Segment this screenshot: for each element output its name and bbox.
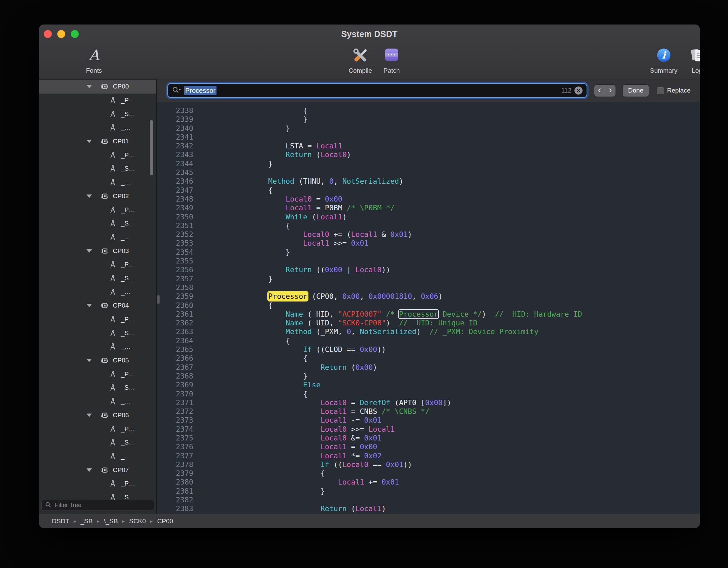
disclosure-triangle-icon[interactable] xyxy=(87,249,92,253)
tree-item-cp02[interactable]: CP02 xyxy=(39,189,156,203)
code-text: Local1 = CNBS /* \CNBS */ xyxy=(193,407,430,416)
code-line: 2381 } xyxy=(157,487,700,496)
search-field[interactable]: Processor 112 ✕ xyxy=(167,83,587,98)
tree-item-cp05[interactable]: CP05 xyxy=(39,354,156,367)
log-button[interactable]: Log xyxy=(688,44,700,74)
tree-item-cp06[interactable]: CP06 xyxy=(39,409,156,422)
breadcrumb-item[interactable]: SCK0 xyxy=(129,518,146,525)
find-next-button[interactable]: › xyxy=(605,85,616,97)
code-editor[interactable]: 2338 {2339 }2340 }23412342 LSTA = Local1… xyxy=(157,102,700,514)
tree-item-child[interactable]: _P… xyxy=(39,258,156,272)
code-line: 2356 Return ((0x00 | Local0)) xyxy=(157,265,700,274)
summary-button[interactable]: i Summary xyxy=(650,44,677,74)
desktop: System DSDT A Fonts Compil xyxy=(0,0,728,568)
processor-node-icon xyxy=(101,83,109,90)
tree-item-child[interactable]: _P… xyxy=(39,313,156,326)
disclosure-triangle-icon[interactable] xyxy=(87,194,92,198)
line-number: 2381 xyxy=(157,487,193,496)
code-text: Local0 = DerefOf (APT0 [0x00]) xyxy=(193,398,451,407)
tree-item-child[interactable]: _P… xyxy=(39,367,156,381)
tree-item-child[interactable]: _… xyxy=(39,395,156,409)
code-line: 2346 Method (THNU, 0, NotSerialized) xyxy=(157,177,700,186)
titlebar: System DSDT xyxy=(39,25,700,43)
tree-item-child[interactable]: _… xyxy=(39,450,156,463)
code-text: If ((CLOD == 0x00)) xyxy=(193,345,386,354)
minimize-window-button[interactable] xyxy=(57,30,65,38)
patch-button[interactable]: Patch xyxy=(382,44,401,74)
disclosure-triangle-icon[interactable] xyxy=(87,85,92,88)
breadcrumb-item[interactable]: _SB xyxy=(80,518,93,525)
tree-item-cp07[interactable]: CP07 xyxy=(39,463,156,477)
tree-item-child[interactable]: _P… xyxy=(39,422,156,436)
method-node-icon xyxy=(109,151,117,159)
replace-label: Replace xyxy=(667,87,691,94)
splitter-handle[interactable] xyxy=(157,295,160,304)
code-text: If ((Local0 == 0x01)) xyxy=(193,460,412,469)
sidebar-scrollbar[interactable] xyxy=(150,120,153,175)
line-number: 2353 xyxy=(157,239,193,248)
tree-item-label: _… xyxy=(121,234,131,241)
tree-item-child[interactable]: _P… xyxy=(39,477,156,491)
tree-item-child[interactable]: _P… xyxy=(39,203,156,217)
tree-item-child[interactable]: _S… xyxy=(39,162,156,176)
find-previous-button[interactable]: ‹ xyxy=(594,85,605,97)
tree-item-child[interactable]: _S… xyxy=(39,107,156,121)
search-menu-icon[interactable] xyxy=(172,86,181,95)
breadcrumb-item[interactable]: \_SB xyxy=(104,518,118,525)
tree-item-child[interactable]: _S… xyxy=(39,217,156,230)
fonts-button[interactable]: A Fonts xyxy=(85,44,103,74)
filter-input[interactable] xyxy=(54,501,151,509)
code-text: Return (Local0) xyxy=(193,150,351,159)
code-text: Processor (CP00, 0x00, 0x00001810, 0x06) xyxy=(193,292,442,301)
tree-item-child[interactable]: _S… xyxy=(39,436,156,450)
method-node-icon xyxy=(109,234,117,241)
method-node-icon xyxy=(109,425,117,433)
tree-item-cp01[interactable]: CP01 xyxy=(39,135,156,148)
tree-item-child[interactable]: _… xyxy=(39,121,156,135)
code-line: 2355 xyxy=(157,257,700,265)
disclosure-triangle-icon[interactable] xyxy=(87,359,92,362)
tree-item-child[interactable]: _P… xyxy=(39,148,156,162)
tree-item-child[interactable]: _… xyxy=(39,230,156,244)
disclosure-triangle-icon[interactable] xyxy=(87,140,92,143)
processor-node-icon xyxy=(101,193,109,200)
tree-item-cp03[interactable]: CP03 xyxy=(39,244,156,258)
breadcrumb-item[interactable]: CP00 xyxy=(157,518,173,525)
compile-button[interactable]: Compile xyxy=(349,44,372,74)
filter-field[interactable] xyxy=(41,500,154,511)
disclosure-triangle-icon[interactable] xyxy=(87,468,92,472)
method-node-icon xyxy=(109,288,117,296)
main-area: Processor 112 ✕ ‹ › Done Replace xyxy=(157,79,700,514)
replace-option: Replace xyxy=(657,87,691,94)
tree-item-label: CP00 xyxy=(113,83,129,90)
code-line: 2339 } xyxy=(157,115,700,124)
line-number: 2348 xyxy=(157,195,193,204)
tree-item-child[interactable]: _… xyxy=(39,340,156,354)
replace-checkbox[interactable] xyxy=(657,87,664,94)
tree-item-child[interactable]: _S… xyxy=(39,326,156,340)
tree-item-label: CP02 xyxy=(113,192,129,200)
method-node-icon xyxy=(109,124,117,131)
code-line: 2358 xyxy=(157,283,700,292)
breadcrumb-item[interactable]: DSDT xyxy=(52,518,69,525)
tree-item-child[interactable]: _S… xyxy=(39,272,156,285)
disclosure-triangle-icon[interactable] xyxy=(87,414,92,417)
disclosure-triangle-icon[interactable] xyxy=(87,304,92,307)
done-button[interactable]: Done xyxy=(623,85,649,97)
zoom-window-button[interactable] xyxy=(71,30,79,38)
tree-item-cp00[interactable]: CP00 xyxy=(39,80,156,94)
tree-item-child[interactable]: _P… xyxy=(39,94,156,107)
line-number: 2375 xyxy=(157,434,193,442)
tree-item-cp04[interactable]: CP04 xyxy=(39,299,156,313)
line-number: 2358 xyxy=(157,283,193,292)
tree-item-child[interactable]: _… xyxy=(39,176,156,189)
tree-item-child[interactable]: _S… xyxy=(39,381,156,395)
clear-search-button[interactable]: ✕ xyxy=(574,86,583,95)
line-number: 2373 xyxy=(157,416,193,425)
code-line: 2376 Local1 = 0x00 xyxy=(157,442,700,451)
window-header: System DSDT A Fonts Compil xyxy=(39,25,700,79)
close-window-button[interactable] xyxy=(44,30,52,38)
line-number: 2369 xyxy=(157,381,193,389)
processor-node-icon xyxy=(101,138,109,145)
tree-item-child[interactable]: _… xyxy=(39,285,156,299)
